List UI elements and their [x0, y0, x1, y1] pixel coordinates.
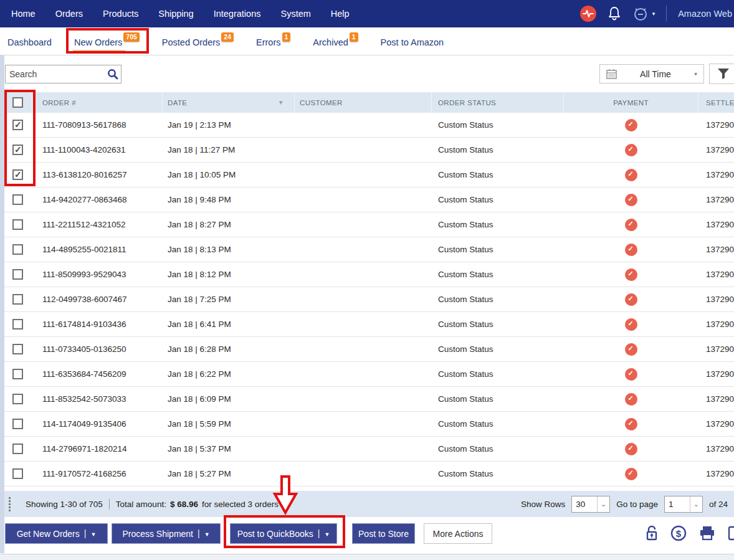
column-header-settlement[interactable]: SETTLE — [698, 92, 734, 113]
row-checkbox[interactable] — [12, 419, 23, 429]
row-check-cell — [0, 120, 32, 130]
table-row[interactable]: 111-9170572-4168256 Jan 18 | 5:27 PM Cus… — [0, 462, 734, 486]
table-row[interactable]: 111-1100043-4202631 Jan 18 | 11:27 PM Cu… — [0, 138, 734, 163]
row-checkbox[interactable] — [12, 219, 23, 230]
search-icon[interactable] — [105, 69, 121, 80]
tab[interactable]: Dashboard — [6, 27, 53, 55]
order-date: Jan 18 | 8:12 PM — [163, 270, 295, 279]
alarm-clock-icon[interactable]: ▾ — [632, 6, 655, 22]
order-date: Jan 18 | 11:27 PM — [163, 145, 295, 154]
account-menu[interactable]: Amazon Web — [678, 9, 732, 19]
settlement-id: 137290 — [698, 220, 734, 229]
row-checkbox[interactable] — [12, 394, 23, 404]
order-number: 111-6174814-9103436 — [32, 320, 163, 329]
table-row[interactable]: 111-7080913-5617868 Jan 19 | 2:13 PM Cus… — [0, 113, 734, 138]
dollar-circle-icon[interactable]: $ — [670, 525, 687, 541]
row-checkbox[interactable] — [12, 444, 23, 454]
top-navigation: HomeOrdersProductsShippingIntegrationsSy… — [0, 0, 734, 27]
column-header-order-status[interactable]: ORDER STATUS — [432, 92, 564, 113]
table-row[interactable]: 111-2211512-4321052 Jan 18 | 8:27 PM Cus… — [0, 212, 734, 237]
main-menu-item[interactable]: Help — [321, 9, 360, 19]
row-checkbox[interactable] — [12, 294, 23, 305]
tab[interactable]: New Orders 705 — [73, 27, 141, 55]
column-header-date[interactable]: DATE ▼ — [163, 92, 295, 113]
row-checkbox[interactable] — [12, 120, 23, 130]
settlement-id: 137290 — [698, 469, 734, 478]
row-checkbox[interactable] — [12, 145, 23, 155]
goto-page-select[interactable]: 1 ⌄ — [664, 496, 703, 513]
process-shipment-button[interactable]: Process Shipment|▼ — [112, 523, 221, 544]
caret-down-icon: ▼ — [90, 531, 96, 538]
clipped-icon[interactable] — [728, 526, 734, 541]
main-menu-item[interactable]: System — [270, 9, 320, 19]
row-checkbox[interactable] — [12, 369, 23, 379]
unlock-icon[interactable] — [646, 525, 658, 541]
more-actions-button[interactable]: More Actions — [424, 523, 492, 544]
table-row[interactable]: 114-2796971-1820214 Jan 18 | 5:37 PM Cus… — [0, 437, 734, 462]
table-row[interactable]: 113-6138120-8016257 Jan 18 | 10:05 PM Cu… — [0, 163, 734, 187]
row-checkbox[interactable] — [12, 468, 23, 479]
get-new-orders-button[interactable]: Get New Orders|▼ — [5, 523, 108, 544]
order-number: 111-0733405-0136250 — [32, 344, 163, 354]
orders-table: ORDER # DATE ▼ CUSTOMER ORDER STATUS PAY… — [0, 92, 734, 486]
tab-label: Dashboard — [7, 37, 52, 47]
settlement-id: 137290 — [698, 444, 734, 453]
row-checkbox[interactable] — [12, 344, 23, 354]
row-checkbox[interactable] — [12, 319, 23, 330]
main-menu-item[interactable]: Integrations — [204, 9, 271, 19]
bell-icon[interactable] — [608, 6, 621, 21]
table-row[interactable]: 111-8509993-9529043 Jan 18 | 8:12 PM Cus… — [0, 262, 734, 287]
table-row[interactable]: 114-9420277-0863468 Jan 18 | 9:48 PM Cus… — [0, 187, 734, 212]
column-header-payment[interactable]: PAYMENT — [564, 92, 698, 113]
settlement-id: 137290 — [698, 419, 734, 429]
row-check-cell — [0, 394, 32, 404]
chevron-down-icon: ⌄ — [690, 496, 702, 512]
post-to-store-label: Post to Store — [358, 529, 409, 539]
post-to-quickbooks-button[interactable]: Post to QuickBooks|▼ — [230, 523, 337, 544]
table-row[interactable]: 111-0733405-0136250 Jan 18 | 6:28 PM Cus… — [0, 337, 734, 362]
row-check-cell — [0, 369, 32, 379]
row-checkbox[interactable] — [12, 194, 23, 205]
payment-paid-icon — [625, 443, 637, 455]
row-checkbox[interactable] — [12, 169, 23, 180]
date-range-dropdown[interactable]: All Time ▾ — [599, 64, 704, 83]
printer-icon[interactable] — [699, 526, 715, 541]
order-date: Jan 18 | 10:05 PM — [163, 170, 295, 179]
table-row[interactable]: 112-0499738-6007467 Jan 18 | 7:25 PM Cus… — [0, 287, 734, 312]
main-menu-item[interactable]: Shipping — [148, 9, 203, 19]
tab-badge: 705 — [123, 32, 140, 42]
tab-badge: 24 — [221, 32, 234, 42]
tab[interactable]: Archived 1 — [312, 27, 359, 55]
row-check-cell — [0, 169, 32, 180]
row-check-cell — [0, 294, 32, 305]
table-row[interactable]: 111-6174814-9103436 Jan 18 | 6:41 PM Cus… — [0, 312, 734, 337]
order-date: Jan 18 | 6:09 PM — [163, 394, 295, 404]
post-to-store-button[interactable]: Post to Store — [352, 523, 415, 544]
drag-handle-icon[interactable] — [9, 497, 11, 511]
tab[interactable]: Errors 1 — [255, 27, 292, 55]
table-row[interactable]: 111-6353684-7456209 Jan 18 | 6:22 PM Cus… — [0, 362, 734, 387]
total-amount-value: $ 68.96 — [170, 500, 198, 509]
order-number: 114-2796971-1820214 — [32, 444, 163, 453]
search-input[interactable] — [6, 69, 105, 79]
table-row[interactable]: 114-1174049-9135406 Jan 18 | 5:59 PM Cus… — [0, 412, 734, 437]
main-menu-item[interactable]: Orders — [45, 9, 93, 19]
column-header-customer[interactable]: CUSTOMER — [295, 92, 432, 113]
table-row[interactable]: 111-8532542-5073033 Jan 18 | 6:09 PM Cus… — [0, 387, 734, 412]
payment-paid-icon — [625, 393, 637, 406]
settlement-id: 137290 — [698, 394, 734, 404]
tab[interactable]: Posted Orders 24 — [161, 27, 235, 55]
tab[interactable]: Post to Amazon — [379, 27, 446, 55]
row-checkbox[interactable] — [12, 269, 23, 280]
row-checkbox[interactable] — [12, 244, 23, 255]
table-row[interactable]: 114-4895255-0021811 Jan 18 | 8:13 PM Cus… — [0, 237, 734, 262]
main-menu-item[interactable]: Home — [1, 9, 45, 19]
column-header-order[interactable]: ORDER # — [32, 92, 163, 113]
select-all-checkbox[interactable] — [12, 97, 23, 108]
show-rows-select[interactable]: 30 ⌄ — [571, 496, 610, 513]
order-number: 111-9170572-4168256 — [32, 469, 163, 478]
tab-label: Errors — [256, 37, 280, 47]
pulse-icon[interactable] — [580, 6, 596, 22]
main-menu-item[interactable]: Products — [93, 9, 148, 19]
filter-button[interactable] — [709, 64, 734, 84]
